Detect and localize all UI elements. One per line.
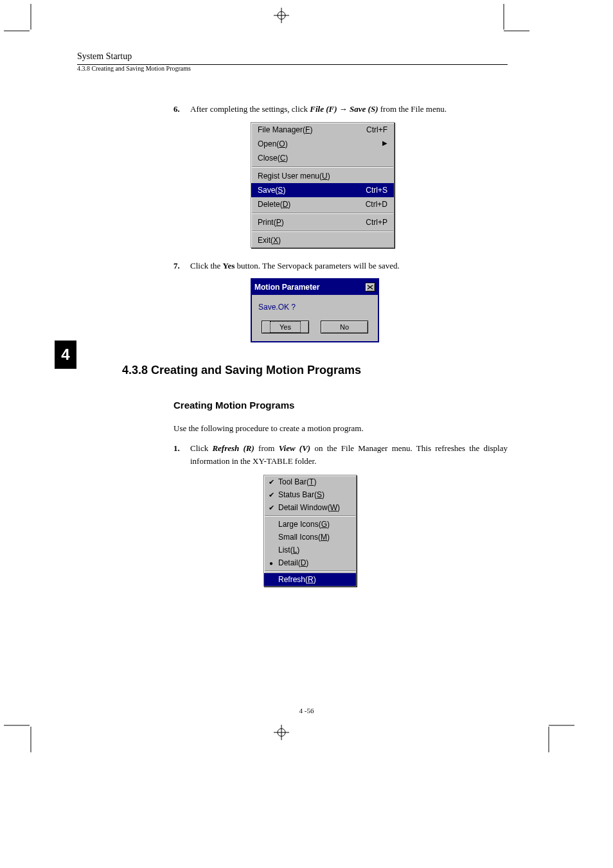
t: ) xyxy=(328,172,330,181)
mnemonic: G xyxy=(321,520,327,529)
step-number: 6. xyxy=(173,103,190,116)
t: Refresh( xyxy=(278,575,308,584)
menu-item-toolbar[interactable]: ✔ Tool Bar(T) xyxy=(264,475,356,488)
crop-mark-tl xyxy=(4,4,37,37)
crop-mark-bl xyxy=(4,719,37,752)
crop-mark-br xyxy=(541,719,574,752)
menu-separator xyxy=(265,571,355,572)
t: from the File menu. xyxy=(378,104,447,114)
submenu-arrow-icon: ▶ xyxy=(382,138,387,150)
t: ) xyxy=(278,236,281,245)
running-head: System Startup xyxy=(77,51,508,62)
menu-item-detail[interactable]: ● Detail(D) xyxy=(264,556,356,569)
menu-item-save[interactable]: Save(S) Ctrl+S xyxy=(251,183,394,197)
menu-item-exit[interactable]: Exit(X) xyxy=(251,233,394,247)
t: View (V) xyxy=(279,443,311,453)
mnemonic: S xyxy=(317,490,322,499)
mnemonic: X xyxy=(273,236,278,245)
menu-item-list[interactable]: List(L) xyxy=(264,544,356,556)
close-button[interactable] xyxy=(365,283,375,292)
menu-separator xyxy=(252,231,393,232)
t: Close( xyxy=(258,154,280,163)
menu-item-print[interactable]: Print(P) Ctrl+P xyxy=(251,215,394,229)
t: Tool Bar( xyxy=(278,477,309,486)
t: Save( xyxy=(258,186,278,195)
step-text: Click the Yes button. The Servopack para… xyxy=(190,260,508,272)
dialog-titlebar: Motion Parameter xyxy=(252,279,378,295)
t: Print( xyxy=(258,218,276,227)
file-menu: File Manager(F) Ctrl+F Open(O) ▶ Close(C… xyxy=(251,122,395,248)
mnemonic: W xyxy=(330,503,337,512)
mnemonic: U xyxy=(322,172,328,181)
t: ) xyxy=(322,490,324,499)
step-text: Click Refresh (R) from View (V) on the F… xyxy=(190,442,508,467)
menu-separator xyxy=(265,515,355,517)
subsection-heading: Creating Motion Programs xyxy=(173,398,508,413)
menu-item-detail-window[interactable]: ✔ Detail Window(W) xyxy=(264,501,356,514)
menu-item-open[interactable]: Open(O) ▶ xyxy=(251,137,394,151)
menu-item-file-manager[interactable]: File Manager(F) Ctrl+F xyxy=(251,123,394,137)
t: Exit( xyxy=(258,236,273,245)
t: ) xyxy=(314,575,316,584)
menu-item-regist-user-menu[interactable]: Regist User menu(U) xyxy=(251,169,394,183)
t: File Manager( xyxy=(258,125,305,134)
t: Delete( xyxy=(258,200,283,209)
crop-mark-tr xyxy=(496,4,529,37)
step-text: After completing the settings, click Fil… xyxy=(190,103,508,116)
t: ) xyxy=(337,503,340,512)
menu-item-large-icons[interactable]: Large Icons(G) xyxy=(264,518,356,531)
menu-item-small-icons[interactable]: Small Icons(M) xyxy=(264,531,356,544)
page-body: System Startup 4.3.8 Creating and Saving… xyxy=(77,51,508,598)
chapter-tab: 4 xyxy=(55,341,76,369)
t: → xyxy=(337,104,350,114)
menu-separator xyxy=(252,213,393,214)
t: List( xyxy=(278,545,293,554)
t: Small Icons( xyxy=(278,533,321,542)
dialog-message: Save.OK ? xyxy=(252,295,378,315)
t: Large Icons( xyxy=(278,520,321,529)
no-button[interactable]: No xyxy=(321,321,368,333)
t: Detail( xyxy=(278,558,301,567)
check-icon: ✔ xyxy=(267,490,276,500)
menu-item-statusbar[interactable]: ✔ Status Bar(S) xyxy=(264,488,356,501)
mnemonic: R xyxy=(308,575,314,584)
view-menu: ✔ Tool Bar(T) ✔ Status Bar(S) ✔ Detail W… xyxy=(263,475,357,587)
t: File (F) xyxy=(310,104,337,114)
t: Status Bar( xyxy=(278,490,317,499)
menu-item-close[interactable]: Close(C) xyxy=(251,151,394,165)
accel: Ctrl+P xyxy=(366,217,387,228)
t: Save (S) xyxy=(350,104,378,114)
check-icon: ✔ xyxy=(267,477,276,488)
mnemonic: P xyxy=(276,218,281,227)
accel: Ctrl+D xyxy=(366,199,387,210)
t: Click xyxy=(190,443,212,453)
menu-item-refresh[interactable]: Refresh(R) xyxy=(264,573,356,586)
motion-parameter-dialog: Motion Parameter Save.OK ? Yes No xyxy=(251,278,379,342)
dialog-title: Motion Parameter xyxy=(254,281,319,293)
accel: Ctrl+S xyxy=(366,184,387,196)
button-label: No xyxy=(340,322,349,333)
menu-separator xyxy=(252,166,393,168)
section-heading: 4.3.8 Creating and Saving Motion Program… xyxy=(122,362,508,379)
t: Open( xyxy=(258,139,279,148)
mnemonic: O xyxy=(279,139,285,148)
button-label: Yes xyxy=(271,322,300,333)
t: After completing the settings, click xyxy=(190,104,310,114)
t: Detail Window( xyxy=(278,503,330,512)
bullet-icon: ● xyxy=(267,558,276,568)
step-6: 6. After completing the settings, click … xyxy=(173,103,508,116)
step-number: 1. xyxy=(173,442,190,467)
t: ) xyxy=(314,477,316,486)
t: Regist User menu( xyxy=(258,172,322,181)
t: Refresh (R) xyxy=(212,443,254,453)
step-number: 7. xyxy=(173,260,190,272)
yes-button[interactable]: Yes xyxy=(262,321,309,333)
menu-item-delete[interactable]: Delete(D) Ctrl+D xyxy=(251,197,394,211)
t: ) xyxy=(310,125,312,134)
t: ) xyxy=(281,218,284,227)
step-1: 1. Click Refresh (R) from View (V) on th… xyxy=(173,442,508,467)
t: ) xyxy=(288,200,290,209)
t: ) xyxy=(285,139,288,148)
t: ) xyxy=(306,558,308,567)
step-7: 7. Click the Yes button. The Servopack p… xyxy=(173,260,508,272)
